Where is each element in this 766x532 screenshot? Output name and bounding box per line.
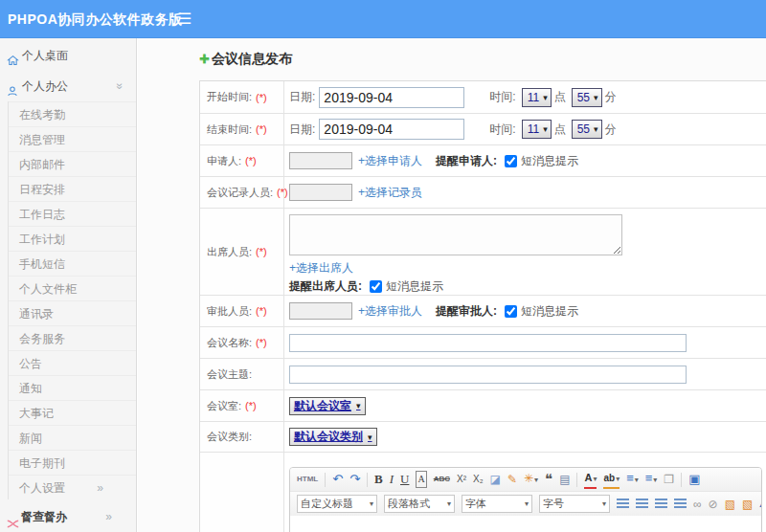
sidebar-item-label: 督查督办: [21, 510, 67, 523]
editor-content-area[interactable]: [290, 516, 761, 532]
sidebar: 个人桌面 个人办公 » 在线考勤 消息管理 内部邮件 日程安排 工作日志 工作计…: [0, 38, 137, 532]
sidebar-item-notice[interactable]: 通知: [9, 375, 136, 400]
recorder-input[interactable]: [289, 184, 352, 201]
eraser-icon[interactable]: ◪: [490, 472, 501, 487]
undo-icon[interactable]: ↶: [332, 472, 343, 487]
paragraph-format-select[interactable]: 段落格式▾: [384, 495, 455, 513]
new-page-icon[interactable]: ❐: [664, 472, 674, 487]
sidebar-item-label: 个人桌面: [22, 49, 68, 62]
applicant-sms-checkbox[interactable]: [505, 155, 517, 167]
font-color-icon[interactable]: A▾: [584, 470, 597, 489]
sidebar-item-e-journal[interactable]: 电子期刊: [9, 450, 136, 475]
html-source-button[interactable]: HTML: [297, 472, 318, 487]
form-row-meeting-name: 会议名称:(*): [200, 327, 766, 359]
choose-approver-link[interactable]: +选择审批人: [358, 303, 422, 320]
font-style-icon[interactable]: A: [416, 471, 426, 488]
choose-attendees-link[interactable]: +选择出席人: [289, 260, 353, 277]
meeting-category-select[interactable]: 默认会议类别▾: [289, 428, 377, 446]
insert-image-icon[interactable]: ▧: [725, 497, 735, 512]
select-arrow-icon: ▾: [543, 124, 548, 134]
italic-icon[interactable]: I: [390, 472, 394, 487]
attendees-textarea[interactable]: [289, 214, 622, 255]
unlink-icon[interactable]: ⊘: [709, 497, 718, 512]
sidebar-item-memorabilia[interactable]: 大事记: [9, 400, 136, 425]
start-hour-select[interactable]: 11▾: [522, 88, 552, 107]
sidebar-item-conference-service[interactable]: 会务服务: [9, 325, 136, 350]
align-center-icon[interactable]: [636, 499, 648, 509]
bold-icon[interactable]: B: [374, 472, 383, 487]
form-row-attendees: 出席人员:(*) +选择出席人 提醒出席人员: 短消息提示: [200, 209, 766, 296]
field-label: 申请人:: [207, 154, 241, 168]
sidebar-item-personal-file-cabinet[interactable]: 个人文件柜: [9, 276, 136, 300]
sidebar-item-message-management[interactable]: 消息管理: [9, 126, 136, 151]
font-family-select[interactable]: 字体▾: [462, 495, 532, 513]
format-brush-icon[interactable]: ✎: [507, 472, 517, 487]
align-right-icon[interactable]: [655, 499, 667, 509]
sidebar-item-work-plan[interactable]: 工作计划: [9, 226, 136, 251]
heading-style-select[interactable]: 自定义标题▾: [297, 495, 377, 513]
attendees-sms-checkbox[interactable]: [370, 280, 382, 293]
end-minute-select[interactable]: 55▾: [572, 120, 602, 139]
start-date-input[interactable]: [319, 87, 464, 108]
remind-attendees-label: 提醒出席人员:: [289, 278, 362, 295]
ordered-list-icon[interactable]: ≡▾: [626, 471, 639, 488]
sidebar-item-online-attendance[interactable]: 在线考勤: [9, 101, 136, 126]
font-size-select[interactable]: 字号▾: [539, 495, 610, 513]
end-hour-select[interactable]: 11▾: [522, 120, 552, 139]
field-label: 会议记录人员:: [207, 186, 273, 200]
sidebar-item-news[interactable]: 新闻: [9, 425, 136, 450]
app-title: PHPOA协同办公软件政务版: [8, 0, 183, 38]
paste-icon[interactable]: ▤: [559, 472, 570, 487]
superscript-icon[interactable]: X²: [457, 472, 466, 487]
applicant-input[interactable]: [289, 152, 352, 169]
sidebar-item-internal-mail[interactable]: 内部邮件: [9, 151, 136, 176]
sidebar-item-schedule[interactable]: 日程安排: [9, 176, 136, 201]
highlight-color-icon[interactable]: ab▾: [603, 471, 620, 489]
redo-icon[interactable]: ↷: [349, 472, 360, 487]
minute-unit: 分: [605, 122, 617, 138]
sidebar-item-personal-settings[interactable]: 个人设置»: [9, 475, 136, 499]
align-justify-icon[interactable]: [674, 499, 687, 509]
start-minute-select[interactable]: 55▾: [572, 88, 602, 107]
hamburger-menu-icon[interactable]: ☰: [178, 0, 192, 38]
hour-unit: 点: [554, 122, 566, 138]
select-arrow-icon: ▾: [543, 93, 548, 102]
remind-applicant-label: 提醒申请人:: [436, 153, 497, 169]
sidebar-item-supervision[interactable]: 督查督办 »: [0, 503, 136, 530]
sms-label: 短消息提示: [521, 153, 578, 169]
auto-typeset-icon[interactable]: ✳▾: [524, 471, 538, 488]
sidebar-item-personal-desktop[interactable]: 个人桌面: [0, 42, 136, 69]
meeting-room-select[interactable]: 默认会议室▾: [289, 397, 366, 415]
blockquote-icon[interactable]: ❝: [545, 472, 552, 487]
choose-applicant-link[interactable]: +选择申请人: [358, 153, 422, 169]
field-label: 结束时间:: [207, 122, 252, 137]
subscript-icon[interactable]: X₂: [473, 472, 484, 487]
unordered-list-icon[interactable]: ≡▾: [645, 471, 658, 488]
sidebar-item-contacts[interactable]: 通讯录: [9, 300, 136, 325]
page-title: ✚会议信息发布: [199, 51, 766, 68]
insert-media-icon[interactable]: ▰: [759, 497, 762, 512]
underline-icon[interactable]: U: [400, 472, 409, 487]
screenshot-icon[interactable]: ▧: [742, 497, 753, 512]
approver-input[interactable]: [289, 302, 352, 320]
form-row-content: HTML ↶ ↷ B I U A ABC X² X₂ ◪ ✎: [200, 453, 766, 532]
sidebar-item-announcement[interactable]: 公告: [9, 350, 136, 375]
meeting-subject-input[interactable]: [289, 366, 687, 384]
form-row-meeting-subject: 会议主题:: [200, 359, 766, 390]
form-row-start-time: 开始时间:(*) 日期: 时间: 11▾ 点 55▾ 分: [200, 81, 766, 114]
sidebar-item-mobile-sms[interactable]: 手机短信: [9, 251, 136, 276]
form-row-recorder: 会议记录人员:(*) +选择记录员: [200, 177, 766, 209]
approver-sms-checkbox[interactable]: [505, 305, 517, 318]
strikethrough-icon[interactable]: ABC: [434, 472, 450, 487]
minute-unit: 分: [605, 89, 617, 105]
chevron-right-icon: »: [105, 503, 112, 530]
end-date-input[interactable]: [319, 119, 464, 140]
meeting-name-input[interactable]: [289, 334, 687, 352]
choose-recorder-link[interactable]: +选择记录员: [358, 185, 422, 201]
sms-label: 短消息提示: [386, 278, 443, 295]
fullscreen-icon[interactable]: ▣: [688, 472, 700, 487]
sidebar-item-work-log[interactable]: 工作日志: [9, 201, 136, 226]
align-left-icon[interactable]: [617, 499, 629, 509]
sidebar-item-personal-office[interactable]: 个人办公 »: [0, 73, 136, 100]
link-icon[interactable]: ∞: [693, 497, 702, 512]
